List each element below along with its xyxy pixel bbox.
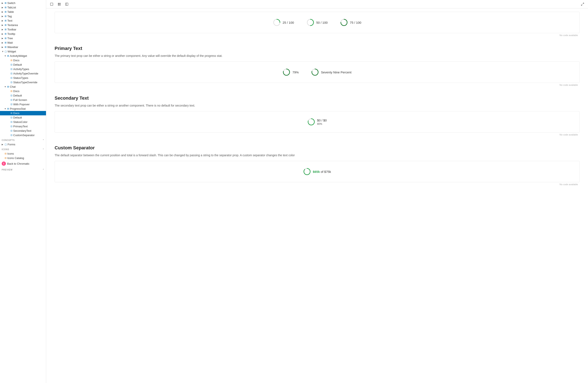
sidebar-item-label: Wait — [7, 41, 13, 44]
back-to-chromatic-label: Back to Chromatic — [7, 162, 29, 165]
sidebar-item-ps-primary-text[interactable]: ▶ ⊡ PrimaryText — [0, 124, 46, 129]
fullscreen-button[interactable] — [580, 1, 586, 7]
svg-rect-3 — [58, 4, 59, 5]
sidebar-item-tag[interactable]: ▶ ⊞ Tag — [0, 14, 46, 19]
preview-label: PREVIEW — [2, 169, 13, 171]
primary-text-no-code: No code available — [55, 84, 580, 87]
svg-point-22 — [304, 169, 310, 175]
component-icon: ⊞ — [5, 2, 6, 4]
sidebar-item-tree[interactable]: ▶ ⊞ Tree — [0, 36, 46, 40]
sidebar-item-forms[interactable]: ▶ ▢ Forms — [0, 142, 46, 147]
sidebar-item-ps-docs[interactable]: ▶ ⊟ Docs — [0, 111, 46, 115]
sidebar-item-activity-widget[interactable]: ▼ ⊞ ActivityWidget — [0, 54, 46, 58]
back-to-chromatic-button[interactable]: C Back to Chromatic — [0, 160, 46, 167]
sidebar-item-aw-docs[interactable]: ▶ ⊟ Docs — [0, 58, 46, 62]
sidebar-item-aw-default[interactable]: ▶ ⊡ Default — [0, 62, 46, 67]
custom-rest-label: $75k — [324, 170, 331, 173]
chevron-down-icon[interactable]: ⌃ — [42, 148, 44, 151]
custom-separator-preview: $65k of $75k — [55, 161, 580, 182]
story-icon: ⊡ — [10, 134, 12, 136]
progress-stat-secondary: $0 / $0 80% — [307, 118, 327, 126]
sidebar-item-label: StatusColor — [13, 120, 27, 124]
sidebar-item-label: Table — [7, 10, 14, 13]
sidebar-item-table[interactable]: ▶ ⊞ Table — [0, 10, 46, 14]
sidebar-item-tooltip[interactable]: ▶ ⊞ Tooltip — [0, 32, 46, 36]
chevron-down-icon[interactable]: ⌃ — [42, 139, 44, 141]
circle-25-svg — [273, 19, 281, 26]
sidebar-item-label: Textarea — [7, 23, 18, 27]
sidebar-item-icons[interactable]: ▶ ⊟ Icons — [0, 152, 46, 156]
sidebar-item-label: Icons — [7, 152, 14, 155]
sidebar-item-chat-with-popover[interactable]: ▶ ⊡ With Popover — [0, 102, 46, 107]
stat-label-79pct: 79% — [292, 71, 299, 74]
sidebar-item-aw-activity-types[interactable]: ▶ ⊡ ActivityTypes — [0, 67, 46, 71]
sidebar-item-aw-activity-type-override[interactable]: ▶ ⊡ ActivityTypeOverride — [0, 71, 46, 76]
sidebar-item-wait[interactable]: ▶ ⊞ Wait — [0, 40, 46, 45]
concepts-section-header: CONCEPTS ⌃ — [0, 137, 46, 142]
chevron-icon: ▶ — [2, 33, 5, 35]
stat-secondary-label: 80% — [317, 122, 322, 125]
sidebar-item-wavebar[interactable]: ▶ ⊞ Wavebar — [0, 45, 46, 49]
svg-rect-1 — [58, 3, 59, 4]
view-grid-button[interactable] — [56, 1, 62, 7]
sidebar-item-chat-default[interactable]: ▶ ⊡ Default — [0, 93, 46, 98]
sidebar-item-aw-status-type-override[interactable]: ▶ ⊡ StatusTypeOverride — [0, 80, 46, 85]
stat-stack-secondary: $0 / $0 80% — [317, 118, 327, 125]
sidebar-item-label: ActivityWidget — [10, 54, 27, 57]
sidebar-item-label: Full Screen — [13, 98, 27, 101]
chevron-icon: ▶ — [2, 28, 5, 31]
sidebar-item-ps-default[interactable]: ▶ ⊡ Default — [0, 115, 46, 120]
sidebar-item-toolbar[interactable]: ▶ ⊞ Toolbar — [0, 27, 46, 32]
sidebar-item-label: Widget — [8, 50, 16, 53]
progress-stat-50: 50 / 100 — [307, 19, 328, 26]
secondary-text-desc: The secondary text prop can be either a … — [55, 103, 580, 108]
chevron-icon: ▶ — [2, 37, 5, 39]
stat-label-50: 50 / 100 — [316, 21, 328, 24]
sidebar-item-progress-stat[interactable]: ▼ ⊞ ProgressStat — [0, 107, 46, 111]
story-icon: ⊡ — [10, 63, 12, 66]
sidebar-item-label: ActivityTypes — [13, 68, 29, 71]
component-icon: ⊞ — [5, 10, 6, 13]
sidebar-item-widget[interactable]: ▼ ▢ Widget — [0, 49, 46, 54]
sidebar-item-chat-docs[interactable]: ▶ ⊟ Docs — [0, 89, 46, 93]
svg-rect-5 — [65, 3, 68, 5]
folder-icon: ▢ — [5, 50, 7, 53]
chevron-up-icon[interactable]: ⌃ — [42, 169, 44, 171]
story-icon: ⊡ — [10, 68, 12, 71]
chevron-icon: ▶ — [2, 143, 5, 146]
sidebar-item-label: Chat — [10, 85, 16, 88]
sidebar-item-label: CustomSeparator — [13, 134, 35, 137]
sidebar-tree: ▶ ⊞ Switch ▶ ⊞ TabList ▶ ⊞ Table ▶ ⊞ Tag… — [0, 0, 46, 383]
custom-separator-label: of — [320, 170, 324, 173]
sidebar-item-label: Tree — [7, 37, 13, 40]
sidebar-item-textarea[interactable]: ▶ ⊞ Textarea — [0, 23, 46, 27]
story-icon: ⊡ — [10, 81, 12, 84]
sidebar-item-ps-status-color[interactable]: ▶ ⊡ StatusColor — [0, 120, 46, 124]
docs-icon: ⊟ — [5, 152, 6, 155]
sidebar-item-label: ProgressStat — [10, 107, 26, 110]
custom-separator-no-code: No code available — [55, 183, 580, 187]
sidebar-item-ps-secondary-text[interactable]: ▶ ⊡ SecondaryText — [0, 129, 46, 133]
sidebar-item-icons-catalog[interactable]: ▶ ⊟ Icons Catalog — [0, 156, 46, 160]
sidebar-item-label: Docs — [13, 112, 20, 115]
component-icon: ⊞ — [5, 46, 6, 48]
docs-icon: ⊟ — [5, 157, 6, 159]
sidebar-item-tablist[interactable]: ▶ ⊞ TabList — [0, 5, 46, 10]
sidebar-item-ps-custom-separator[interactable]: ▶ ⊡ CustomSeparator — [0, 133, 46, 137]
view-expand-button[interactable] — [64, 1, 70, 7]
progress-stat-25: 25 / 100 — [273, 19, 294, 26]
sidebar-item-label: Tag — [7, 15, 12, 18]
circle-custom-svg — [303, 168, 311, 175]
sidebar-item-text[interactable]: ▶ ⊞ Text — [0, 19, 46, 23]
view-single-button[interactable] — [49, 1, 55, 7]
sidebar-item-chat[interactable]: ▼ ⊞ Chat — [0, 85, 46, 89]
sidebar-item-label: StatusTypeOverride — [13, 81, 37, 84]
icons-section-header: ICONS ⌃ — [0, 147, 46, 152]
sidebar-item-label: Forms — [8, 143, 15, 146]
sidebar-item-aw-status-types[interactable]: ▶ ⊡ StatusTypes — [0, 76, 46, 80]
chevron-icon: ▼ — [4, 55, 7, 57]
sidebar-item-label: SecondaryText — [13, 129, 31, 132]
sidebar-item-chat-fullscreen[interactable]: ▶ ⊡ Full Screen — [0, 98, 46, 102]
sidebar-item-switch[interactable]: ▶ ⊞ Switch — [0, 1, 46, 5]
sidebar-item-label: PrimaryText — [13, 125, 28, 128]
